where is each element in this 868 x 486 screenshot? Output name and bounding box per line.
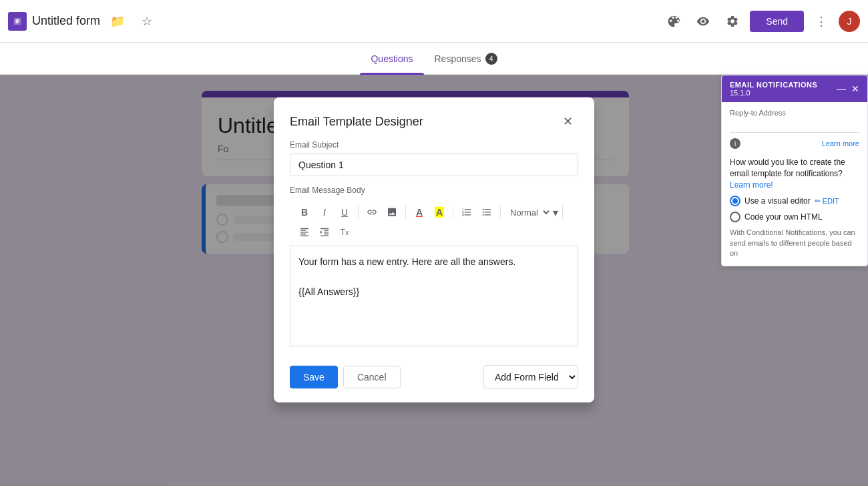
reply-to-input[interactable] <box>730 120 859 133</box>
toolbar-divider-5 <box>562 206 563 219</box>
email-panel-version: 15.1.0 <box>730 89 817 97</box>
close-panel-icon[interactable]: ✕ <box>851 83 859 94</box>
editor-area[interactable]: Your form has a new entry. Here are all … <box>290 246 578 346</box>
preview-icon[interactable] <box>691 9 715 33</box>
email-panel-controls: — ✕ <box>837 83 859 94</box>
indent-button[interactable] <box>315 223 334 242</box>
email-notifications-panel: EMAIL NOTIFICATIONS 15.1.0 — ✕ Reply-to … <box>721 75 868 266</box>
info-icon: i <box>730 138 740 149</box>
email-panel-body: Reply-to Address i Learn more How would … <box>722 102 867 266</box>
modal-title: Email Template Designer <box>290 114 423 128</box>
style-dropdown-icon[interactable]: ▾ <box>553 206 558 218</box>
toolbar-divider-2 <box>405 206 406 219</box>
email-template-modal: Email Template Designer ✕ Email Subject … <box>274 97 594 403</box>
responses-badge: 4 <box>485 53 497 65</box>
email-panel-title: EMAIL NOTIFICATIONS <box>730 81 817 89</box>
visual-editor-radio[interactable] <box>730 196 740 206</box>
align-button[interactable] <box>295 223 314 242</box>
font-color-button[interactable]: A <box>410 203 429 222</box>
toolbar-divider-4 <box>500 206 501 219</box>
body-line2: {{All Answers}} <box>298 284 570 299</box>
font-bg-button[interactable]: A <box>430 203 449 222</box>
email-panel-title-group: EMAIL NOTIFICATIONS 15.1.0 <box>730 81 817 97</box>
main-area: Untitled form Fo + T <box>0 75 868 486</box>
body-line1: Your form has a new entry. Here are all … <box>298 254 570 269</box>
toolbar-divider-3 <box>453 206 453 219</box>
email-body-label: Email Message Body <box>290 186 578 195</box>
footer-buttons: Save Cancel <box>290 366 401 389</box>
edit-link[interactable]: ✏ EDIT <box>815 197 839 206</box>
reply-to-label: Reply-to Address <box>730 109 859 117</box>
tab-responses[interactable]: Responses 4 <box>424 43 508 75</box>
send-button[interactable]: Send <box>750 11 804 32</box>
code-html-radio[interactable] <box>730 212 740 222</box>
panel-description: With Conditional Notifications, you can … <box>730 228 859 258</box>
toolbar-divider-1 <box>358 206 359 219</box>
editor-toolbar: B I U A A <box>290 199 578 246</box>
topbar-left: Untitled form 📁 ☆ <box>8 9 159 33</box>
image-button[interactable] <box>383 203 401 222</box>
italic-button[interactable]: I <box>315 203 334 222</box>
bold-button[interactable]: B <box>295 203 314 222</box>
cancel-button[interactable]: Cancel <box>343 366 401 389</box>
modal-close-button[interactable]: ✕ <box>557 111 578 132</box>
modal-header: Email Template Designer ✕ <box>274 97 594 140</box>
link-button[interactable] <box>363 203 381 222</box>
modal-footer: Save Cancel Add Form Field <box>274 357 594 403</box>
visual-editor-option[interactable]: Use a visual editor ✏ EDIT <box>730 196 859 206</box>
style-select[interactable]: Normal <box>505 205 552 219</box>
topbar: Untitled form 📁 ☆ Send ⋮ J <box>0 0 868 43</box>
email-subject-label: Email Subject <box>290 140 578 150</box>
modal-body: Email Subject Email Message Body B I U A… <box>274 140 594 357</box>
avatar[interactable]: J <box>839 11 860 32</box>
unordered-list-button[interactable] <box>477 203 496 222</box>
star-icon[interactable]: ☆ <box>135 9 159 33</box>
topbar-right: Send ⋮ J <box>662 9 860 33</box>
info-row: i Learn more <box>730 138 859 149</box>
clear-format-button[interactable]: Tx <box>335 223 354 242</box>
form-icon <box>8 12 27 31</box>
email-subject-input[interactable] <box>290 154 578 176</box>
panel-question: How would you like to create the email t… <box>730 157 859 190</box>
tabs-bar: Questions Responses 4 <box>0 43 868 75</box>
learn-more-link[interactable]: Learn more <box>822 140 859 148</box>
minimize-icon[interactable]: — <box>837 83 846 94</box>
folder-icon[interactable]: 📁 <box>105 9 130 33</box>
underline-button[interactable]: U <box>335 203 354 222</box>
add-form-field-select[interactable]: Add Form Field <box>483 365 578 389</box>
save-button[interactable]: Save <box>290 366 338 389</box>
panel-learn-link[interactable]: Learn more! <box>730 180 773 190</box>
email-panel-header: EMAIL NOTIFICATIONS 15.1.0 — ✕ <box>722 75 867 102</box>
settings-icon[interactable] <box>720 9 744 33</box>
more-options-icon[interactable]: ⋮ <box>809 9 833 33</box>
ordered-list-button[interactable] <box>457 203 476 222</box>
form-title: Untitled form <box>32 14 100 28</box>
tab-questions[interactable]: Questions <box>360 43 423 75</box>
code-html-option[interactable]: Code your own HTML <box>730 212 859 222</box>
palette-icon[interactable] <box>662 9 686 33</box>
